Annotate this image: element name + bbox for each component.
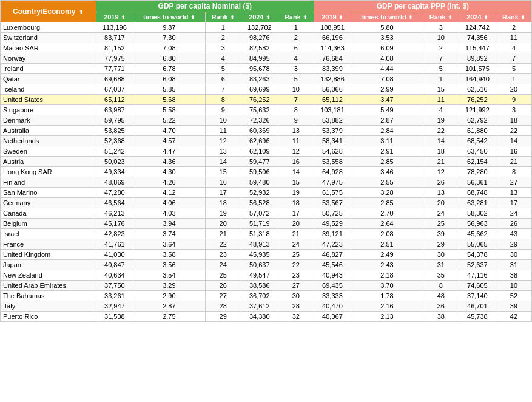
data-cell: 2.85 xyxy=(351,198,423,208)
data-cell: 53,567 xyxy=(314,198,351,208)
data-cell: 32 xyxy=(278,312,314,322)
country-cell: France xyxy=(1,239,96,250)
data-cell: 7.08 xyxy=(133,43,205,53)
data-cell: 76,252 xyxy=(459,95,496,105)
table-row: Macao SAR81,1527.08382,5826114,3636.0921… xyxy=(1,43,532,53)
data-cell: 29 xyxy=(423,239,459,250)
data-cell: 39 xyxy=(496,301,531,312)
data-cell: 115,447 xyxy=(459,43,496,53)
country-cell: Netherlands xyxy=(1,136,96,146)
data-cell: 103,181 xyxy=(314,105,351,115)
data-cell: 46,827 xyxy=(314,250,351,260)
data-cell: 21 xyxy=(423,157,459,167)
data-cell: 13 xyxy=(205,146,241,157)
table-row: Finland48,8694.261659,4801547,9752.55265… xyxy=(1,177,532,188)
data-cell: 14 xyxy=(278,167,314,177)
country-cell: Switzerland xyxy=(1,33,96,43)
data-cell: 3.28 xyxy=(351,188,423,198)
data-cell: 22 xyxy=(423,126,459,136)
data-cell: 47,280 xyxy=(96,188,133,198)
data-cell: 83,399 xyxy=(314,64,351,74)
country-header[interactable]: Country/Economy ⬆ xyxy=(1,1,96,22)
data-cell: 58,341 xyxy=(314,136,351,146)
data-cell: 4 xyxy=(496,43,531,53)
data-cell: 4.03 xyxy=(133,208,205,219)
data-cell: 31,538 xyxy=(96,312,133,322)
data-cell: 47,223 xyxy=(314,239,351,250)
data-cell: 69,688 xyxy=(96,74,133,84)
data-cell: 18 xyxy=(423,146,459,157)
data-cell: 18 xyxy=(496,115,531,126)
data-cell: 95,678 xyxy=(241,64,278,74)
data-cell: 2 xyxy=(278,33,314,43)
data-cell: 31 xyxy=(423,260,459,270)
country-cell: Qatar xyxy=(1,74,96,84)
nominal-sub-header[interactable]: Rank ⬆ xyxy=(278,12,314,22)
country-cell: Denmark xyxy=(1,115,96,126)
data-cell: 8 xyxy=(496,167,531,177)
country-cell: Iceland xyxy=(1,84,96,95)
data-cell: 77,975 xyxy=(96,53,133,64)
table-row: Israel42,8233.742151,3182139,1212.083945… xyxy=(1,229,532,239)
table-row: Canada46,2134.031957,0721750,7252.702458… xyxy=(1,208,532,219)
data-cell: 56,361 xyxy=(459,177,496,188)
nominal-sub-header[interactable]: times to world ⬆ xyxy=(133,12,205,22)
nominal-header: GDP per capita Nominal ($) xyxy=(96,1,314,12)
data-cell: 84,995 xyxy=(241,53,278,64)
data-cell: 15 xyxy=(423,84,459,95)
data-cell: 63,281 xyxy=(459,198,496,208)
nominal-sub-header[interactable]: 2024 ⬆ xyxy=(241,12,278,22)
data-cell: 6.09 xyxy=(351,43,423,53)
data-cell: 3.74 xyxy=(133,229,205,239)
data-cell: 13 xyxy=(423,188,459,198)
data-cell: 121,992 xyxy=(459,105,496,115)
ppp-sub-header[interactable]: Rank ⬆ xyxy=(496,12,531,22)
data-cell: 124,742 xyxy=(459,22,496,33)
data-cell: 30 xyxy=(496,250,531,260)
data-cell: 38 xyxy=(496,270,531,281)
nominal-sub-header[interactable]: 2019 ⬆ xyxy=(96,12,133,22)
data-cell: 51,318 xyxy=(241,229,278,239)
data-cell: 63,987 xyxy=(96,105,133,115)
data-cell: 68,748 xyxy=(459,188,496,198)
data-cell: 81,152 xyxy=(96,43,133,53)
data-cell: 63,450 xyxy=(459,146,496,157)
data-cell: 17 xyxy=(278,208,314,219)
data-cell: 49,334 xyxy=(96,167,133,177)
country-cell: United Arab Emirates xyxy=(1,281,96,291)
data-cell: 42,823 xyxy=(96,229,133,239)
ppp-sub-header[interactable]: 2019 ⬆ xyxy=(314,12,351,22)
data-cell: 39 xyxy=(423,229,459,239)
data-cell: 12 xyxy=(278,146,314,157)
data-cell: 3.46 xyxy=(351,167,423,177)
data-cell: 22 xyxy=(205,239,241,250)
ppp-sub-header[interactable]: 2024 ⬆ xyxy=(459,12,496,22)
data-cell: 64,928 xyxy=(314,167,351,177)
data-cell: 69,435 xyxy=(314,281,351,291)
country-cell: Austria xyxy=(1,157,96,167)
ppp-header: GDP per capita PPP (Int. $) xyxy=(314,1,531,12)
data-cell: 2.51 xyxy=(351,239,423,250)
data-cell: 26 xyxy=(205,281,241,291)
data-cell: 3.29 xyxy=(133,281,205,291)
table-row: The Bahamas33,2612.902736,7023033,3331.7… xyxy=(1,291,532,301)
nominal-sub-header[interactable]: Rank ⬆ xyxy=(205,12,241,22)
ppp-sub-header[interactable]: times to world ⬆ xyxy=(351,12,423,22)
data-cell: 3 xyxy=(423,22,459,33)
data-cell: 2 xyxy=(496,22,531,33)
table-row: France41,7613.642248,9132447,2232.512955… xyxy=(1,239,532,250)
table-row: Hong Kong SAR49,3344.301559,5061464,9283… xyxy=(1,167,532,177)
data-cell: 27 xyxy=(496,177,531,188)
data-cell: 52,368 xyxy=(96,136,133,146)
data-cell: 62,696 xyxy=(241,136,278,146)
data-cell: 3.64 xyxy=(133,239,205,250)
data-cell: 10 xyxy=(278,84,314,95)
country-cell: Puerto Rico xyxy=(1,312,96,322)
table-row: Puerto Rico31,5382.752934,3803240,0672.1… xyxy=(1,312,532,322)
data-cell: 36,702 xyxy=(241,291,278,301)
data-cell: 26 xyxy=(423,177,459,188)
data-cell: 5 xyxy=(423,64,459,74)
data-cell: 30 xyxy=(278,291,314,301)
table-row: Ireland77,7716.78595,678383,3994.445101,… xyxy=(1,64,532,74)
ppp-sub-header[interactable]: Rank ⬆ xyxy=(423,12,459,22)
